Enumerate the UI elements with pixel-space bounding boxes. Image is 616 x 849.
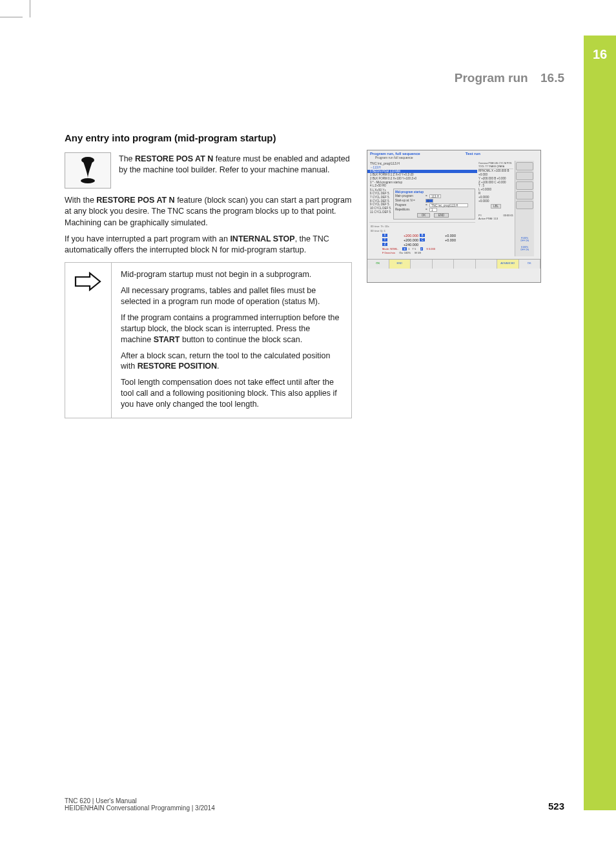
softkey[interactable]: END	[389, 260, 411, 269]
sidebar-icon[interactable]	[516, 181, 533, 190]
input-repetitions[interactable]: 1	[429, 208, 437, 212]
note-5: Tool length compensation does not take e…	[121, 377, 342, 410]
softkey[interactable]	[411, 260, 433, 269]
header-title: Program run	[455, 71, 528, 85]
softkey[interactable]: OK	[519, 260, 541, 269]
position-display: 00 time: 7h :10s 00 time: 0j :1 X+200.00…	[369, 222, 475, 256]
page-footer: TNC 620 | User's Manual HEIDENHAIN Conve…	[65, 797, 564, 812]
input-main-program[interactable]: 113.H	[429, 194, 441, 198]
softkey[interactable]	[454, 260, 476, 269]
note-1: Mid-program startup must not begin in a …	[121, 269, 342, 280]
sidebar-icon[interactable]	[516, 172, 533, 180]
softkey[interactable]	[476, 260, 498, 269]
dialog-title: Mid-program startup	[395, 190, 473, 194]
note-4: After a block scan, return the tool to t…	[121, 351, 342, 373]
machine-operator-icon	[65, 152, 111, 189]
softkey[interactable]	[433, 260, 455, 269]
sidebar-icon[interactable]	[516, 191, 533, 199]
paragraph-2: If you have interrupted a part program w…	[65, 234, 352, 256]
header-section: 16.5	[540, 71, 564, 85]
mid-program-dialog: Mid-program startup Main program=113.H S…	[393, 189, 475, 220]
note-body: Mid-program startup must not begin in a …	[112, 263, 351, 418]
crop-mark-h	[0, 17, 23, 17]
shot-overview-panel: Overview PGM LBL CYC M POS TOOL TT TRANS…	[477, 161, 515, 256]
program-line: 10 CYCL DEF 5.	[367, 207, 394, 210]
input-startup-n[interactable]: 0	[426, 199, 433, 203]
note-2: All necessary programs, tables and palle…	[121, 285, 342, 307]
machine-builder-note: The RESTORE POS AT N feature must be ena…	[65, 152, 352, 189]
chapter-number: 16	[584, 36, 616, 62]
shot-titlebar: Program run, full sequence Test run	[367, 150, 540, 156]
sidebar-icon[interactable]	[516, 201, 533, 209]
svg-point-1	[81, 178, 95, 183]
dialog-end-button[interactable]: END	[434, 213, 449, 218]
program-line: 4 L Z+50 R0	[367, 184, 477, 188]
page-header: Program run 16.5	[455, 71, 564, 85]
softkey-row: OK END ADVANCED OK	[367, 259, 540, 269]
footer-info: TNC 620 | User's Manual HEIDENHAIN Conve…	[65, 797, 215, 812]
dialog-ok-button[interactable]: OK	[417, 213, 431, 218]
paragraph-1: With the RESTORE POS AT N feature (block…	[65, 195, 352, 229]
tnc-screenshot: Program run, full sequence Test run Prog…	[367, 150, 541, 283]
shot-program-area: TNC:\nc_prog\113.H →113.H 0 BEGIN PGM 11…	[367, 161, 477, 256]
footer-line2: HEIDENHAIN Conversational Programming | …	[65, 804, 215, 812]
chapter-tab: 16	[584, 36, 616, 810]
program-line: 11 CYCL DEF 5.	[367, 210, 394, 214]
shot-sidebar: F100% OFF ON S100% OFF ON	[515, 161, 534, 256]
arrow-right-icon	[65, 263, 112, 418]
input-program-path[interactable]: TNC:\nc_prog\113.H	[429, 203, 468, 207]
softkey[interactable]: ADVANCED	[497, 260, 519, 269]
shot-title-right: Test run	[466, 152, 480, 156]
shot-main-area: TNC:\nc_prog\113.H →113.H 0 BEGIN PGM 11…	[367, 161, 540, 256]
crop-mark-v	[23, 0, 30, 17]
sidebar-icon[interactable]	[516, 162, 533, 170]
note-3: If the program contains a programmed int…	[121, 312, 342, 345]
shot-subtitle: Program run full sequence	[367, 156, 540, 161]
section-title: Any entry into program (mid-program star…	[65, 132, 352, 143]
main-content: Any entry into program (mid-program star…	[65, 132, 352, 418]
softkey[interactable]: OK	[367, 260, 389, 269]
machine-note-text: The RESTORE POS AT N feature must be ena…	[119, 152, 352, 176]
important-note-box: Mid-program startup must not begin in a …	[65, 262, 352, 418]
lbl-button[interactable]: LBL	[491, 204, 501, 209]
page-number: 523	[548, 801, 564, 812]
footer-line1: TNC 620 | User's Manual	[65, 797, 215, 804]
shot-filepath: TNC:\nc_prog\113.H	[367, 161, 477, 166]
